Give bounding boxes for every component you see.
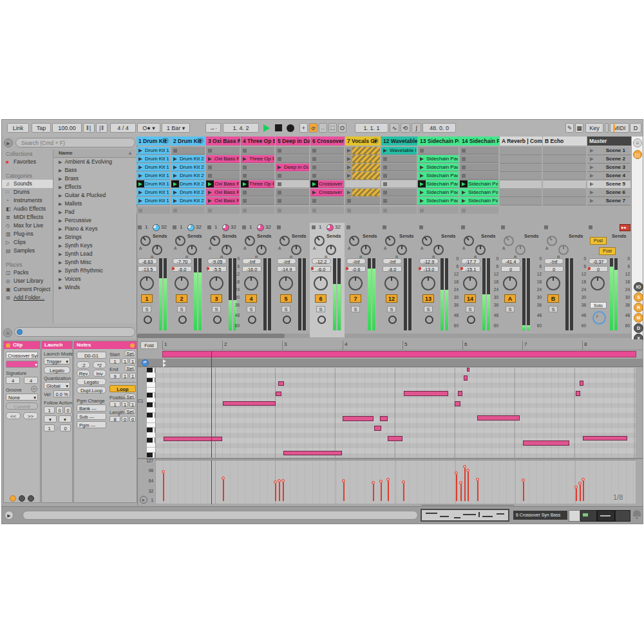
pan-knob[interactable] [348,276,363,290]
master-track-header[interactable]: Master [587,137,631,146]
arm-button[interactable] [144,316,152,324]
groove-selector[interactable]: None▾ [6,393,38,401]
computer-midi-keyboard-icon[interactable]: ▦ [575,123,583,133]
send-a-knob[interactable] [279,236,290,246]
follow-action-16ths[interactable]: 0 [64,406,71,413]
velocity-stem[interactable] [343,482,345,501]
solo-button[interactable]: S [466,306,475,312]
sidebar-item-current-project[interactable]: ▣Current Project [2,285,53,294]
velocity-handle[interactable] [162,470,165,473]
browser-folder-ambient-evolving[interactable]: ▶Ambient & Evolving [53,158,137,166]
clip-stop-icon[interactable] [312,166,316,169]
expression-view-toggle-icon[interactable] [28,495,34,502]
clip-stop-icon[interactable] [420,149,424,153]
clip-stop-icon[interactable] [462,157,466,161]
velocity-stem[interactable] [279,482,280,501]
clip-slot[interactable] [206,164,240,171]
scene-slot-4[interactable]: Scene 4 [587,172,630,180]
send-b-knob[interactable] [187,245,197,255]
black-key[interactable] [147,428,153,433]
position-beat[interactable]: 1 [122,401,128,407]
volume-field[interactable]: -41.4 [501,258,520,264]
expand-arrow-icon[interactable]: ▶ [59,176,62,181]
launch-quantization-selector[interactable]: Global▾ [44,382,70,389]
clip-slot[interactable] [460,147,498,155]
solo-button[interactable]: S [281,306,290,312]
midi-note[interactable] [380,416,388,421]
clip-play-icon[interactable] [138,191,142,194]
sidebar-item-instruments[interactable]: ◔Instruments [2,196,53,205]
record-button[interactable] [287,124,294,132]
browser-folder-effects[interactable]: ▶Effects [53,183,137,191]
scene-slot-6[interactable]: Scene 6 [587,189,630,197]
clip-stop-icon[interactable] [383,191,387,194]
sidebar-item-add-folder-[interactable]: ⊞Add Folder... [2,294,53,302]
white-key[interactable] [147,423,155,428]
black-key[interactable] [147,438,153,443]
beat-time-ruler[interactable]: 12345678 [162,341,643,350]
clip-slot[interactable]: Sidechain Pad [460,197,498,205]
clip-stop-icon[interactable] [312,157,316,161]
clip-slot[interactable]: Deep in Dark [276,164,309,171]
duplicate-loop-button[interactable]: Dupl.Loop [77,386,106,393]
track-header-3[interactable]: 3 Oxi Bass Rack [206,137,240,146]
program-selector[interactable]: Pgm --- [77,421,106,428]
group-track-icon[interactable]: ◉ [373,138,379,144]
clip-stop-icon[interactable] [383,174,387,178]
clip-play-icon[interactable] [347,166,351,169]
clip-slot[interactable] [345,147,380,155]
browser-folder-guitar-plucked[interactable]: ▶Guitar & Plucked [53,191,137,200]
clip-stop-icon[interactable] [383,182,387,186]
solo-button[interactable]: S [351,306,360,312]
clip-playing-zone[interactable] [241,180,249,188]
clip-slot[interactable]: Drum Kit 1 [137,197,170,205]
envelope-view-toggle-icon[interactable] [19,495,25,502]
volume-field[interactable]: -12.2 [312,258,331,264]
clip-slot[interactable]: Oxi Bass Rack [206,197,240,205]
track-header-4[interactable]: 4 Three Op Ba [241,137,275,146]
track-stop-all-icon[interactable] [242,225,246,229]
tap-tempo-button[interactable]: Tap [32,123,51,133]
browser-folder-mallets[interactable]: ▶Mallets [53,200,137,208]
midi-note[interactable] [283,451,342,455]
group-slot-play-zone[interactable] [345,172,352,180]
white-key[interactable] [147,388,155,393]
show-r-section-toggle[interactable]: R [634,303,643,312]
clip-playing-icon[interactable] [173,182,177,186]
track-activator-button[interactable]: 3 [211,294,222,303]
start-set-button[interactable]: Set [124,350,136,356]
clip-slot[interactable]: Three Op Ba [241,180,274,188]
hot-swap-icon[interactable]: ≋ [3,328,12,337]
clip-play-icon[interactable] [420,191,424,194]
send-b-knob[interactable] [152,245,162,255]
notes-expand-icon[interactable] [130,343,135,348]
velocity-stem[interactable] [223,480,224,501]
volume-field[interactable]: -Inf [242,258,261,264]
clip-slot[interactable] [418,147,459,155]
send-a-knob[interactable] [140,236,151,246]
clip-playing-icon[interactable] [312,182,316,186]
preview-icon[interactable] [17,329,23,335]
position-16th[interactable]: 1 [129,401,136,407]
clip-play-icon[interactable] [383,149,387,153]
clip-slot[interactable] [276,189,309,196]
clip-play-icon[interactable] [173,166,177,169]
group-slot-play-zone[interactable] [345,164,352,171]
clip-playing-icon[interactable] [138,182,142,186]
gain-field[interactable]: 0 [501,266,520,272]
clip-slot[interactable]: Crossover S [310,189,344,196]
clip-stop-icon[interactable] [383,166,387,169]
send-a-knob[interactable] [175,236,185,246]
clip-play-icon[interactable] [138,166,142,169]
midi-note[interactable] [455,401,460,406]
sidebar-item-plug-ins[interactable]: ▥Plug-ins [2,230,53,238]
velocity-stem[interactable] [373,484,374,501]
track-header-6[interactable]: 6 Crossover Sy [310,137,345,146]
clip-slot[interactable] [460,155,498,163]
clip-play-icon[interactable] [208,157,212,161]
groove-amount-button[interactable]: O● ▾ [137,123,160,133]
scrub-strip[interactable]: ⇄ [138,359,643,367]
clip-slot[interactable]: Drum Kit 2 [171,180,205,188]
scene-play-icon[interactable] [590,157,594,161]
time-signature-field[interactable]: 4 / 4 [110,123,136,133]
